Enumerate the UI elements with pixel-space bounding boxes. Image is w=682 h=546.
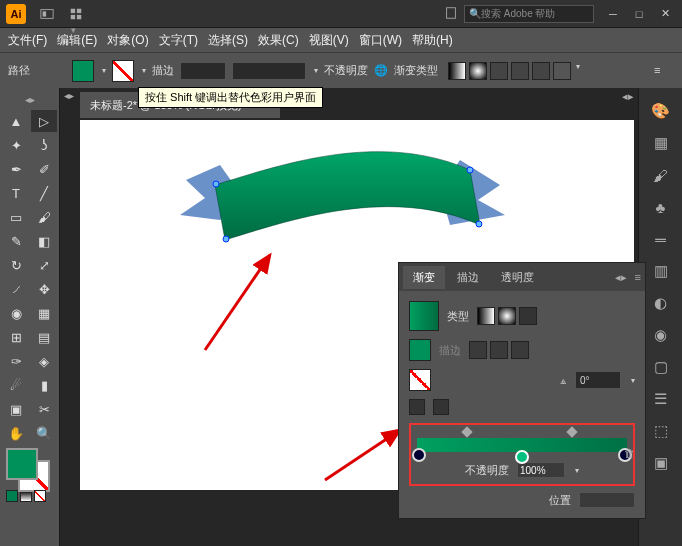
position-input[interactable] (579, 492, 635, 508)
scale-tool[interactable]: ⤢ (31, 254, 57, 276)
rectangle-tool[interactable]: ▭ (3, 206, 29, 228)
curvature-tool[interactable]: ✐ (31, 158, 57, 180)
tools-collapse-icon[interactable]: ◂▸ (0, 94, 59, 108)
pen-tool[interactable]: ✒ (3, 158, 29, 180)
maximize-button[interactable]: □ (628, 5, 650, 23)
angle-input[interactable] (575, 371, 621, 389)
color-panel-icon[interactable]: 🎨 (643, 96, 679, 126)
align-icon-2[interactable] (511, 62, 529, 80)
docarea-collapse-icon[interactable]: ◂▸ (622, 90, 634, 103)
tab-gradient[interactable]: 渐变 (403, 266, 445, 289)
delete-stop-icon[interactable]: 🗑 (624, 447, 635, 459)
color-mode-icon[interactable] (6, 490, 18, 502)
tab-stroke[interactable]: 描边 (447, 266, 489, 289)
aspect-icon-1[interactable] (409, 399, 425, 415)
stroke-panel-icon[interactable]: ═ (643, 224, 679, 254)
stroke-weight[interactable] (180, 62, 226, 80)
fill-color[interactable] (6, 448, 38, 480)
asset-export-icon[interactable]: ⬚ (643, 416, 679, 446)
width-tool[interactable]: ⟋ (3, 278, 29, 300)
graphic-styles-icon[interactable]: ▢ (643, 352, 679, 382)
type-radial-icon[interactable] (498, 307, 516, 325)
panel-menu-icon[interactable]: ≡ (635, 271, 641, 283)
shape-builder-tool[interactable]: ◉ (3, 302, 29, 324)
stroke-along-icon[interactable] (490, 341, 508, 359)
artboards-panel-icon[interactable]: ▣ (643, 448, 679, 478)
align-icon-1[interactable] (490, 62, 508, 80)
midpoint-left[interactable] (462, 426, 473, 437)
layers-panel-icon[interactable]: ☰ (643, 384, 679, 414)
align-icon-3[interactable] (532, 62, 550, 80)
bridge-icon[interactable] (40, 7, 55, 21)
appearance-panel-icon[interactable]: ◉ (643, 320, 679, 350)
opacity-globe-icon[interactable]: 🌐 (374, 64, 388, 77)
panel-opacity-input[interactable] (517, 462, 565, 478)
artboard-tool[interactable]: ▣ (3, 398, 29, 420)
mesh-tool[interactable]: ⊞ (3, 326, 29, 348)
linear-gradient-icon[interactable] (448, 62, 466, 80)
hand-tool[interactable]: ✋ (3, 422, 29, 444)
type-linear-icon[interactable] (477, 307, 495, 325)
reverse-gradient-icon[interactable] (553, 62, 571, 80)
eraser-tool[interactable]: ◧ (31, 230, 57, 252)
stop-left[interactable] (412, 448, 426, 462)
minimize-button[interactable]: ─ (602, 5, 624, 23)
arrange-icon[interactable]: ▾ (69, 7, 84, 21)
stroke-swatch[interactable] (112, 60, 134, 82)
menu-window[interactable]: 窗口(W) (359, 32, 402, 49)
none-mode-icon[interactable] (34, 490, 46, 502)
panel-collapse-icon[interactable]: ◂▸ (615, 271, 627, 284)
type-tool[interactable]: T (3, 182, 29, 204)
symbol-sprayer-tool[interactable]: ☄ (3, 374, 29, 396)
fill-swatch[interactable] (72, 60, 94, 82)
slice-tool[interactable]: ✂ (31, 398, 57, 420)
selection-tool[interactable]: ▲ (3, 110, 29, 132)
menu-edit[interactable]: 编辑(E) (57, 32, 97, 49)
stroke-across-icon[interactable] (511, 341, 529, 359)
aspect-icon-2[interactable] (433, 399, 449, 415)
rotate-tool[interactable]: ↻ (3, 254, 29, 276)
panel-menu-icon[interactable]: ≡ (654, 64, 674, 78)
free-transform-tool[interactable]: ✥ (31, 278, 57, 300)
panel-stroke-swatch[interactable] (409, 369, 431, 391)
symbols-panel-icon[interactable]: ♣ (643, 192, 679, 222)
stroke-profile[interactable] (232, 62, 306, 80)
tab-transparency[interactable]: 透明度 (491, 266, 544, 289)
gradient-tool[interactable]: ▤ (31, 326, 57, 348)
shaper-tool[interactable]: ✎ (3, 230, 29, 252)
menu-help[interactable]: 帮助(H) (412, 32, 453, 49)
lasso-tool[interactable]: ʖ (31, 134, 57, 156)
gradient-slider[interactable] (417, 438, 627, 452)
eyedropper-tool[interactable]: ✑ (3, 350, 29, 372)
magic-wand-tool[interactable]: ✦ (3, 134, 29, 156)
menu-object[interactable]: 对象(O) (107, 32, 148, 49)
radial-gradient-icon[interactable] (469, 62, 487, 80)
annotation-box: 🗑 不透明度 ▾ (409, 423, 635, 486)
direct-selection-tool[interactable]: ▷ (31, 110, 57, 132)
perspective-tool[interactable]: ▦ (31, 302, 57, 324)
midpoint-right[interactable] (567, 426, 578, 437)
menu-view[interactable]: 视图(V) (309, 32, 349, 49)
menu-type[interactable]: 文字(T) (159, 32, 198, 49)
blend-tool[interactable]: ◈ (31, 350, 57, 372)
stroke-within-icon[interactable] (469, 341, 487, 359)
panel-fill-swatch[interactable] (409, 339, 431, 361)
paintbrush-tool[interactable]: 🖌 (31, 206, 57, 228)
menu-effect[interactable]: 效果(C) (258, 32, 299, 49)
gradient-preview[interactable] (409, 301, 439, 331)
menu-file[interactable]: 文件(F) (8, 32, 47, 49)
menu-select[interactable]: 选择(S) (208, 32, 248, 49)
zoom-tool[interactable]: 🔍 (31, 422, 57, 444)
close-button[interactable]: ✕ (654, 5, 676, 23)
doc-setup-icon[interactable] (444, 6, 458, 22)
doc-collapse-icon[interactable]: ◂▸ (64, 90, 74, 104)
search-input[interactable]: 🔍 搜索 Adobe 帮助 (464, 5, 594, 23)
column-graph-tool[interactable]: ▮ (31, 374, 57, 396)
type-freeform-icon[interactable] (519, 307, 537, 325)
swatches-panel-icon[interactable]: ▦ (643, 128, 679, 158)
gradient-panel-icon[interactable]: ▥ (643, 256, 679, 286)
brushes-panel-icon[interactable]: 🖌 (643, 160, 679, 190)
stop-mid[interactable] (515, 450, 529, 464)
transparency-panel-icon[interactable]: ◐ (643, 288, 679, 318)
line-tool[interactable]: ╱ (31, 182, 57, 204)
